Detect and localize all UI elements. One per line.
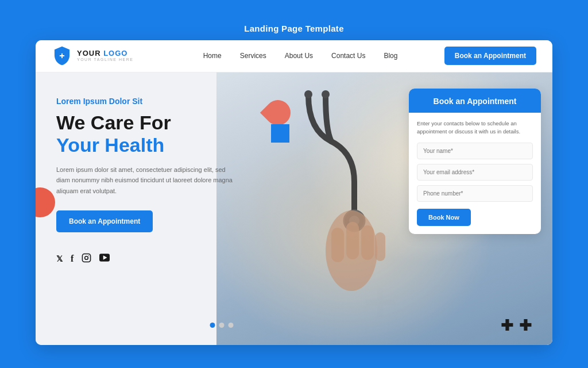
- logo-tagline: YOUR TAGLINE HERE: [77, 57, 133, 62]
- social-icons: 𝕏 f: [56, 253, 286, 265]
- svg-point-0: [304, 90, 312, 98]
- logo-area: YOUR LOGO YOUR TAGLINE HERE: [52, 45, 133, 66]
- svg-rect-9: [83, 254, 91, 262]
- twitter-icon[interactable]: 𝕏: [56, 254, 63, 263]
- booking-description: Enter your contacts below to schedule an…: [417, 120, 533, 136]
- svg-rect-5: [331, 228, 344, 262]
- nav-services[interactable]: Services: [240, 52, 266, 60]
- book-now-button[interactable]: Book Now: [417, 209, 471, 226]
- booking-phone-input[interactable]: [417, 185, 533, 202]
- booking-card: Book an Appointment Enter your contacts …: [409, 89, 541, 235]
- deco-blue-rect: [271, 124, 289, 143]
- hero-body-text: Lorem ipsum dolor sit amet, consectetuer…: [56, 164, 240, 197]
- booking-email-input[interactable]: [417, 164, 533, 181]
- svg-point-10: [85, 256, 88, 259]
- svg-rect-6: [346, 222, 359, 259]
- slide-dot-3[interactable]: [229, 323, 234, 328]
- svg-rect-7: [361, 225, 374, 260]
- booking-card-header: Book an Appointment: [409, 89, 541, 113]
- bg-medical-watermark: [357, 282, 403, 334]
- logo-text: YOUR LOGO YOUR TAGLINE HERE: [77, 49, 133, 62]
- cross-decorations: ✚ ✚: [501, 317, 532, 335]
- nav-blog[interactable]: Blog: [384, 52, 397, 60]
- facebook-icon[interactable]: f: [71, 254, 74, 264]
- booking-card-body: Enter your contacts below to schedule an…: [409, 113, 541, 235]
- nav-contact[interactable]: Contact Us: [331, 52, 365, 60]
- slide-dot-2[interactable]: [219, 323, 225, 328]
- booking-card-title: Book an Appointment: [434, 97, 517, 106]
- hero-title-line2: Your Health: [56, 134, 286, 156]
- slide-dot-1[interactable]: [210, 323, 215, 328]
- hero-cta-button[interactable]: Book an Appointment: [56, 210, 153, 232]
- booking-name-input[interactable]: [417, 143, 533, 159]
- svg-point-1: [322, 90, 330, 98]
- logo-main-text: YOUR LOGO: [77, 49, 133, 57]
- svg-point-11: [88, 255, 89, 256]
- hero-subtitle: Lorem Ipsum Dolor Sit: [56, 97, 286, 106]
- slide-dots: [210, 323, 234, 328]
- cross-icon-2: ✚: [519, 317, 532, 335]
- cross-icon-1: ✚: [501, 317, 513, 335]
- instagram-icon[interactable]: [82, 253, 91, 265]
- hero-section: Lorem Ipsum Dolor Sit We Care For Your H…: [36, 72, 552, 345]
- nav-links: Home Services About Us Contact Us Blog: [156, 52, 444, 60]
- navbar: YOUR LOGO YOUR TAGLINE HERE Home Service…: [36, 40, 552, 72]
- svg-rect-8: [375, 232, 385, 261]
- nav-about[interactable]: About Us: [285, 52, 313, 60]
- youtube-icon[interactable]: [99, 254, 110, 264]
- nav-home[interactable]: Home: [203, 52, 222, 60]
- landing-page-window: YOUR LOGO YOUR TAGLINE HERE Home Service…: [36, 40, 552, 345]
- hero-title-line1: We Care For: [56, 112, 171, 133]
- logo-shield-icon: [52, 45, 72, 66]
- navbar-book-button[interactable]: Book an Appointment: [444, 47, 536, 65]
- page-title: Landing Page Template: [244, 24, 344, 33]
- hero-title: We Care For Your Health: [56, 112, 286, 156]
